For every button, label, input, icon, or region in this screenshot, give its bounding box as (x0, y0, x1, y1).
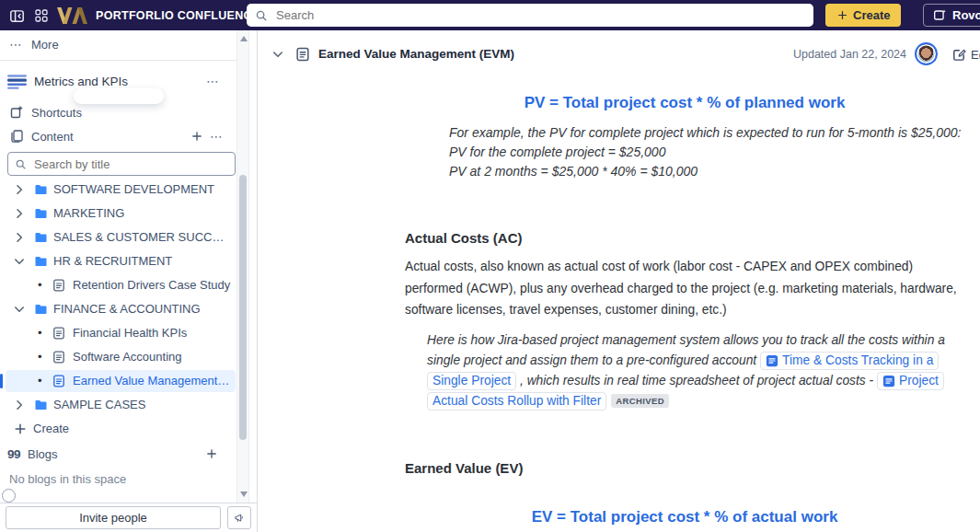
add-blog-icon[interactable] (205, 447, 218, 460)
chevron-right-icon[interactable] (12, 230, 27, 245)
sidebar-item-software-development[interactable]: SOFTWARE DEVELOPMENT (0, 178, 236, 202)
selected-indicator (0, 374, 3, 388)
chevron-down-icon[interactable] (12, 254, 27, 269)
bullet: • (38, 273, 42, 297)
sidebar-item-hr-recruitment[interactable]: HR & RECRUITMENT (0, 249, 236, 273)
page-icon (294, 46, 311, 63)
chevron-right-icon[interactable] (12, 398, 27, 412)
sidebar-divider (0, 60, 247, 61)
updated-timestamp[interactable]: Updated Jan 22, 2024 (793, 40, 906, 69)
folder-icon (34, 230, 49, 245)
page-icon (52, 374, 66, 388)
sidebar-item-sample-cases[interactable]: SAMPLE CASES (0, 393, 236, 417)
shortcuts-icon (9, 105, 24, 120)
feedback-button[interactable] (227, 506, 251, 529)
global-search-input[interactable] (274, 7, 805, 23)
folder-icon (34, 206, 49, 221)
search-icon (255, 9, 268, 22)
note-text: , which results in real time spreadsheet… (516, 374, 877, 387)
blogs-icon: 99 (7, 447, 20, 461)
clipped-icon (2, 489, 16, 503)
chevron-right-icon[interactable] (12, 182, 27, 197)
plus-icon (13, 422, 28, 436)
workspace-logo[interactable] (55, 5, 92, 27)
rovo-chat-button[interactable]: Rovo Chat (923, 4, 980, 27)
content-menu-icon[interactable]: ⋯ (210, 129, 224, 144)
avatar[interactable] (915, 42, 938, 65)
chevron-down-icon[interactable] (12, 302, 27, 317)
title-search[interactable] (7, 152, 236, 176)
sidebar-item-finance-accounting[interactable]: FINANCE & ACCOUNTING (0, 297, 236, 321)
edit-icon (951, 47, 966, 62)
more-ellipsis-icon: ⋯ (9, 37, 23, 52)
global-search[interactable] (247, 4, 813, 27)
earned-value-heading: Earned Value (EV) (405, 460, 523, 476)
create-button[interactable]: Create (825, 4, 901, 27)
add-content-icon[interactable] (190, 130, 203, 143)
folder-icon (34, 182, 49, 197)
sidebar-scrollbar-thumb[interactable] (239, 175, 247, 440)
actual-costs-paragraph: Actual costs, also known as actual cost … (405, 256, 974, 321)
top-navigation-bar: PORTFORLIO CONFLUENCE Create Rovo Chat (0, 0, 980, 30)
sidebar-item-content[interactable]: Content ⋯ (0, 124, 244, 148)
chevron-down-icon[interactable] (271, 47, 285, 62)
pv-example-line: PV at 2 months = $25,000 * 40% = $10,000 (449, 162, 961, 181)
bullet: • (38, 345, 42, 369)
tree-create-button[interactable]: Create (0, 417, 236, 441)
sidebar-item-retention-drivers-case-study[interactable]: • Retention Drivers Case Study (0, 273, 236, 297)
space-avatar-icon (6, 71, 28, 92)
pv-example-line: PV for the complete project = $25,000 (449, 143, 961, 162)
edit-button[interactable]: Edit (951, 40, 980, 69)
megaphone-icon (234, 511, 245, 525)
page-tree: SOFTWARE DEVELOPMENT MARKETING SALES & C… (0, 178, 236, 441)
sidebar-item-earned-value-management[interactable]: • Earned Value Management (EVM) (0, 369, 236, 393)
actual-costs-heading: Actual Costs (AC) (405, 230, 523, 246)
app-switcher-icon[interactable] (30, 5, 52, 27)
page-icon (52, 350, 66, 364)
content-icon (9, 129, 24, 144)
pv-example-line: For example, the PV for complete project… (449, 123, 961, 143)
document-card-icon (766, 354, 778, 367)
fading-tooltip (74, 88, 164, 104)
chevron-right-icon[interactable] (12, 206, 27, 221)
page-content-area: Earned Value Management (EVM) Updated Ja… (259, 30, 980, 532)
bullet: • (38, 321, 42, 345)
sidebar-footer: Invite people (0, 503, 257, 532)
sidebar-item-marketing[interactable]: MARKETING (0, 202, 236, 226)
page-title: Earned Value Management (EVM) (318, 40, 514, 69)
sidebar-item-more[interactable]: ⋯ More (0, 32, 244, 56)
sidebar-collapse-icon[interactable] (6, 5, 28, 27)
bullet: • (38, 369, 42, 393)
folder-icon (34, 254, 49, 269)
space-sidebar: ⋯ More Metrics and KPIs ⋯ Shortcuts Cont… (0, 30, 258, 532)
scrollbar-down-arrow[interactable] (240, 492, 248, 497)
space-name: Metrics and KPIs (34, 75, 128, 88)
ev-formula-heading: EV = Total project cost * % of actual wo… (405, 508, 964, 526)
archived-badge: ARCHIVED (611, 394, 669, 408)
plus-icon (836, 9, 848, 21)
document-card-icon (882, 375, 895, 387)
sidebar-item-financial-health-kpis[interactable]: • Financial Health KPIs (0, 321, 236, 345)
page-icon (52, 326, 66, 341)
sidebar-item-software-accounting[interactable]: • Software Accounting (0, 345, 236, 369)
page-icon (52, 278, 66, 293)
pv-formula-heading: PV = Total project cost * % of planned w… (405, 94, 964, 112)
actual-costs-note: Here is how Jira-based project managemen… (427, 330, 972, 411)
invite-people-button[interactable]: Invite people (6, 506, 221, 529)
title-search-input[interactable] (32, 156, 228, 172)
app-title: PORTFORLIO CONFLUENCE (96, 0, 260, 30)
search-icon (15, 158, 27, 170)
page-header: Earned Value Management (EVM) Updated Ja… (259, 40, 980, 69)
space-menu-icon[interactable]: ⋯ (206, 74, 220, 88)
pv-example-block: For example, the PV for complete project… (449, 123, 961, 181)
sidebar-item-sales-customer-success[interactable]: SALES & CUSTOMER SUCCESS (0, 226, 236, 249)
rovo-chat-icon (933, 8, 947, 22)
no-blogs-message: No blogs in this space (0, 467, 244, 491)
folder-icon (34, 398, 49, 412)
folder-icon (34, 302, 49, 317)
sidebar-item-blogs[interactable]: 99 Blogs (0, 442, 244, 466)
scrollbar-up-arrow[interactable] (240, 36, 248, 41)
